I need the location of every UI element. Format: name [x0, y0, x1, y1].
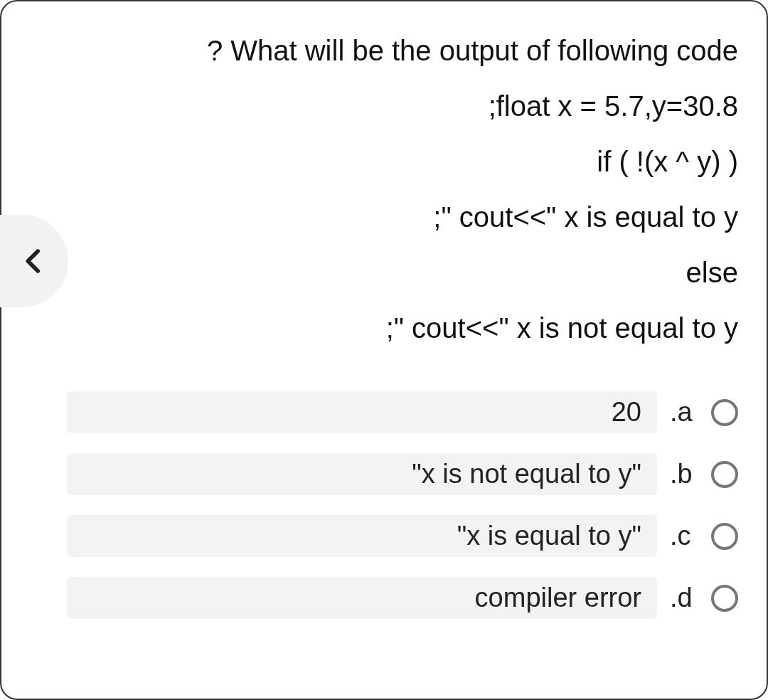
option-text: "x is not equal to y" — [67, 453, 657, 495]
option-text: compiler error — [67, 577, 657, 619]
radio-button[interactable] — [711, 523, 738, 550]
radio-button[interactable] — [711, 399, 738, 426]
option-d[interactable]: compiler error .d — [44, 577, 738, 619]
question-line: ;" cout<<" x is equal to y — [101, 189, 738, 245]
option-b[interactable]: "x is not equal to y" .b — [44, 453, 738, 495]
option-c[interactable]: "x is equal to y" .c — [44, 515, 738, 557]
radio-button[interactable] — [711, 461, 738, 488]
option-text: 20 — [67, 391, 657, 433]
option-text: "x is equal to y" — [67, 515, 657, 557]
option-a[interactable]: 20 .a — [44, 391, 738, 433]
question-card: ? What will be the output of following c… — [0, 0, 768, 700]
question-line: ? What will be the output of following c… — [101, 23, 738, 78]
option-label: .a — [670, 397, 698, 428]
radio-button[interactable] — [711, 585, 738, 612]
question-line: ;float x = 5.7,y=30.8 — [101, 78, 738, 134]
question-line: ;" cout<<" x is not equal to y — [101, 300, 738, 356]
option-label: .c — [670, 521, 698, 551]
chevron-left-icon — [19, 246, 49, 276]
option-label: .d — [670, 583, 698, 613]
question-text: ? What will be the output of following c… — [44, 23, 738, 356]
options-list: 20 .a "x is not equal to y" .b "x is equ… — [44, 391, 738, 619]
question-line: if ( !(x ^ y) ) — [101, 134, 738, 189]
question-line: else — [101, 245, 738, 300]
option-label: .b — [670, 459, 698, 489]
